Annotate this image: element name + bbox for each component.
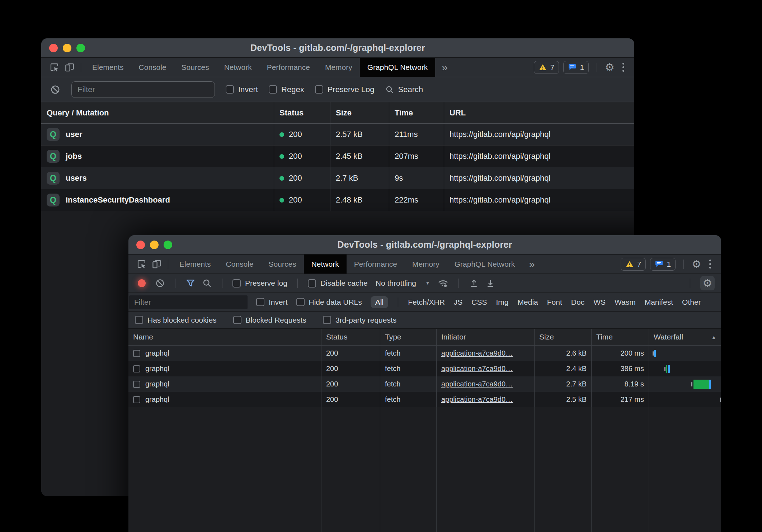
- column-header-query-mutation[interactable]: Query / Mutation: [41, 102, 274, 123]
- initiator-link[interactable]: application-a7ca9d0…: [441, 365, 513, 373]
- table-row[interactable]: QinstanceSecurityDashboard 200 2.48 kB 2…: [41, 189, 634, 211]
- filter-chip-manifest[interactable]: Manifest: [645, 298, 673, 307]
- request-row[interactable]: graphql 200 fetch application-a7ca9d0… 2…: [128, 361, 721, 376]
- tab-elements[interactable]: Elements: [172, 255, 218, 274]
- search-icon[interactable]: [202, 278, 212, 288]
- row-checkbox[interactable]: [133, 365, 140, 372]
- clear-network-log-icon[interactable]: [155, 278, 165, 288]
- initiator-link[interactable]: application-a7ca9d0…: [441, 349, 513, 357]
- tab-sources[interactable]: Sources: [174, 58, 217, 77]
- kebab-menu-icon[interactable]: [619, 63, 628, 72]
- row-checkbox[interactable]: [133, 396, 140, 403]
- clear-log-icon[interactable]: [50, 84, 61, 95]
- invert-checkbox[interactable]: [226, 85, 234, 94]
- waterfall-bar[interactable]: [649, 392, 721, 407]
- table-row[interactable]: Qusers 200 2.7 kB 9s https://gitlab.com/…: [41, 167, 634, 189]
- blocked-requests-checkbox[interactable]: [233, 316, 241, 324]
- column-header-waterfall[interactable]: Waterfall ▲: [649, 329, 721, 345]
- hide-data-urls-checkbox[interactable]: [296, 298, 305, 306]
- filter-chip-fetch-xhr[interactable]: Fetch/XHR: [408, 298, 445, 307]
- tab-network[interactable]: Network: [217, 58, 259, 77]
- network-settings-gear-icon[interactable]: ⚙: [700, 276, 715, 290]
- filter-chip-ws[interactable]: WS: [593, 298, 606, 307]
- request-row[interactable]: graphql 200 fetch application-a7ca9d0… 2…: [128, 376, 721, 392]
- waterfall-bar[interactable]: [649, 346, 721, 361]
- network-filter-input[interactable]: [129, 295, 248, 309]
- column-header-initiator[interactable]: Initiator: [436, 329, 534, 345]
- device-toolbar-icon[interactable]: [149, 255, 164, 274]
- filter-chip-js[interactable]: JS: [454, 298, 463, 307]
- device-toolbar-icon[interactable]: [62, 58, 77, 77]
- waterfall-bar[interactable]: [649, 361, 721, 376]
- regex-checkbox[interactable]: [269, 85, 277, 94]
- network-conditions-icon[interactable]: [438, 278, 448, 289]
- disable-cache-checkbox[interactable]: [308, 279, 316, 288]
- search-control[interactable]: Search: [385, 85, 423, 94]
- column-header-size[interactable]: Size: [534, 329, 591, 345]
- filter-chip-media[interactable]: Media: [518, 298, 538, 307]
- filter-chip-wasm[interactable]: Wasm: [615, 298, 636, 307]
- filter-chip-css[interactable]: CSS: [471, 298, 487, 307]
- tab-console[interactable]: Console: [218, 255, 261, 274]
- invert-checkbox[interactable]: [256, 298, 264, 306]
- filter-chip-all[interactable]: All: [371, 296, 388, 308]
- close-window-button[interactable]: [136, 241, 145, 249]
- tab-memory[interactable]: Memory: [405, 255, 447, 274]
- kebab-menu-icon[interactable]: [706, 260, 715, 269]
- row-checkbox[interactable]: [133, 381, 140, 388]
- preserve-log-checkbox[interactable]: [315, 85, 323, 94]
- tab-graphql-network[interactable]: GraphQL Network: [360, 58, 435, 77]
- column-header-name[interactable]: Name: [128, 329, 321, 345]
- preserve-log-checkbox[interactable]: [232, 279, 241, 288]
- initiator-link[interactable]: application-a7ca9d0…: [441, 380, 513, 388]
- inspect-element-icon[interactable]: [47, 58, 62, 77]
- warnings-badge[interactable]: 7: [534, 61, 559, 74]
- column-header-time[interactable]: Time: [591, 329, 649, 345]
- tab-console[interactable]: Console: [131, 58, 174, 77]
- tab-elements[interactable]: Elements: [85, 58, 131, 77]
- tab-memory[interactable]: Memory: [318, 58, 360, 77]
- export-har-icon[interactable]: [485, 278, 495, 288]
- has-blocked-cookies-checkbox[interactable]: [135, 316, 143, 324]
- warnings-badge[interactable]: 7: [621, 258, 646, 271]
- maximize-window-button[interactable]: [164, 241, 172, 249]
- column-header-size[interactable]: Size: [330, 102, 389, 123]
- inspect-element-icon[interactable]: [134, 255, 149, 274]
- tab-performance[interactable]: Performance: [259, 58, 318, 77]
- column-header-status[interactable]: Status: [274, 102, 330, 123]
- messages-badge[interactable]: 1: [650, 258, 676, 271]
- column-header-url[interactable]: URL: [444, 102, 634, 123]
- filter-chip-doc[interactable]: Doc: [571, 298, 584, 307]
- filter-chip-img[interactable]: Img: [496, 298, 509, 307]
- graphql-filter-input[interactable]: [71, 81, 215, 98]
- throttling-select[interactable]: No throttling ▼: [374, 279, 431, 288]
- initiator-link[interactable]: application-a7ca9d0…: [441, 395, 513, 404]
- minimize-window-button[interactable]: [150, 241, 159, 249]
- tab-graphql-network[interactable]: GraphQL Network: [447, 255, 522, 274]
- tab-performance[interactable]: Performance: [347, 255, 405, 274]
- close-window-button[interactable]: [49, 44, 58, 52]
- row-checkbox[interactable]: [133, 350, 140, 357]
- messages-badge[interactable]: 1: [563, 61, 589, 74]
- tab-sources[interactable]: Sources: [261, 255, 304, 274]
- filter-chip-other[interactable]: Other: [682, 298, 701, 307]
- more-tabs-chevron-icon[interactable]: »: [522, 255, 541, 274]
- column-header-status[interactable]: Status: [321, 329, 380, 345]
- more-tabs-chevron-icon[interactable]: »: [435, 58, 454, 77]
- filter-funnel-icon[interactable]: [185, 278, 196, 288]
- column-header-type[interactable]: Type: [380, 329, 436, 345]
- request-row[interactable]: graphql 200 fetch application-a7ca9d0… 2…: [128, 346, 721, 361]
- record-network-log-button[interactable]: [138, 279, 146, 287]
- request-row[interactable]: graphql 200 fetch application-a7ca9d0… 2…: [128, 392, 721, 407]
- filter-chip-font[interactable]: Font: [547, 298, 562, 307]
- settings-gear-icon[interactable]: ⚙: [692, 259, 701, 270]
- minimize-window-button[interactable]: [63, 44, 71, 52]
- tab-network[interactable]: Network: [304, 255, 347, 274]
- settings-gear-icon[interactable]: ⚙: [605, 62, 615, 73]
- waterfall-bar[interactable]: [649, 376, 721, 392]
- import-har-icon[interactable]: [469, 278, 479, 288]
- third-party-requests-checkbox[interactable]: [323, 316, 331, 324]
- table-row[interactable]: Quser 200 2.57 kB 211ms https://gitlab.c…: [41, 124, 634, 146]
- maximize-window-button[interactable]: [76, 44, 85, 52]
- column-header-time[interactable]: Time: [389, 102, 444, 123]
